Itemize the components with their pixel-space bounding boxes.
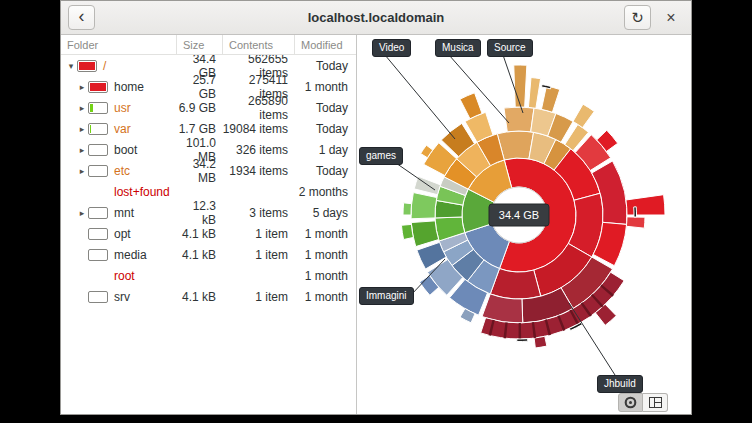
folder-name: root — [114, 269, 135, 283]
modified-cell: Today — [294, 101, 356, 115]
expander-icon[interactable]: ▸ — [76, 124, 88, 134]
folder-name: mnt — [114, 206, 134, 220]
chart-callout-label: Source — [487, 39, 533, 57]
folder-cell: opt — [61, 227, 176, 241]
rescan-button[interactable]: ↻ — [624, 5, 651, 30]
contents-cell: 1934 items — [222, 164, 294, 178]
modified-cell: 1 month — [294, 290, 356, 304]
chart-segment[interactable] — [528, 78, 540, 109]
chart-segment[interactable] — [541, 86, 559, 112]
table-row[interactable]: media4.1 kB1 item1 month — [61, 244, 356, 265]
close-icon: × — [666, 9, 675, 27]
table-row[interactable]: root1 month — [61, 265, 356, 286]
column-header-size[interactable]: Size — [176, 35, 222, 54]
back-icon: ‹ — [79, 7, 85, 25]
table-row[interactable]: ▸etc34.2 MB1934 itemsToday — [61, 160, 356, 181]
chart-segment[interactable] — [626, 217, 645, 228]
usage-gauge-icon — [77, 60, 97, 72]
contents-cell: 1 item — [222, 227, 294, 241]
table-row[interactable]: ▸usr6.9 GB265890 itemsToday — [61, 97, 356, 118]
usage-gauge-icon — [88, 291, 108, 303]
folder-cell: ▸boot — [61, 143, 176, 157]
chart-callout-label: Jhbuild — [597, 375, 643, 393]
folder-cell: media — [61, 248, 176, 262]
modified-cell: 5 days — [294, 206, 356, 220]
column-header-folder[interactable]: Folder — [61, 35, 176, 54]
folder-cell: ▸mnt — [61, 206, 176, 220]
folder-name: media — [114, 248, 147, 262]
size-cell: 4.1 kB — [176, 290, 222, 304]
modified-cell: 2 months — [294, 185, 356, 199]
table-row[interactable]: srv4.1 kB1 item1 month — [61, 286, 356, 307]
usage-gauge-icon — [88, 81, 108, 93]
table-row[interactable]: opt4.1 kB1 item1 month — [61, 223, 356, 244]
size-cell: 34.2 MB — [176, 157, 222, 185]
folder-name: srv — [114, 290, 130, 304]
folder-name: lost+found — [114, 185, 170, 199]
chart-segment[interactable] — [517, 339, 528, 342]
folder-name: boot — [114, 143, 137, 157]
chart-segment[interactable] — [460, 93, 482, 119]
table-row[interactable]: ▸home25.7 GB275411 items1 month — [61, 76, 356, 97]
folder-cell: root — [61, 269, 176, 283]
chart-callout-label: Immagini — [359, 287, 414, 305]
folder-name: var — [114, 122, 131, 136]
chart-segment[interactable] — [411, 221, 438, 247]
chart-segment[interactable] — [634, 207, 637, 217]
callout-line — [385, 55, 455, 139]
usage-gauge-icon — [88, 249, 108, 261]
ring-chart[interactable]: 34.4 GB — [357, 35, 691, 414]
expander-icon[interactable]: ▸ — [76, 166, 88, 176]
chart-callout-label: games — [359, 147, 403, 165]
treemap-view-icon — [649, 397, 662, 408]
total-size-label: 34.4 GB — [499, 209, 539, 221]
contents-cell: 19084 items — [222, 122, 294, 136]
chart-segment[interactable] — [514, 65, 527, 107]
column-header-contents[interactable]: Contents — [222, 35, 294, 54]
folder-table-body: ▾/34.4 GB562655 itemsToday▸home25.7 GB27… — [61, 55, 356, 414]
usage-gauge-icon — [88, 165, 108, 177]
column-header-modified[interactable]: Modified — [294, 35, 356, 54]
rings-view-button[interactable] — [618, 393, 643, 412]
expander-icon[interactable]: ▾ — [65, 61, 77, 71]
chart-callout-label: Musica — [435, 39, 481, 57]
folder-cell: ▸usr — [61, 101, 176, 115]
chart-segment[interactable] — [534, 336, 547, 348]
close-button[interactable]: × — [662, 7, 680, 29]
chart-segment[interactable] — [414, 176, 440, 194]
modified-cell: Today — [294, 164, 356, 178]
modified-cell: 1 day — [294, 143, 356, 157]
size-cell: 4.1 kB — [176, 248, 222, 262]
folder-name: home — [114, 80, 144, 94]
contents-cell: 3 items — [222, 206, 294, 220]
window-title: localhost.localdomain — [61, 10, 691, 25]
treemap-view-button[interactable] — [643, 393, 668, 412]
contents-cell: 1 item — [222, 248, 294, 262]
chart-segment[interactable] — [519, 323, 522, 339]
chart-segment[interactable] — [504, 107, 534, 132]
chart-segment[interactable] — [626, 195, 665, 215]
usage-gauge-icon — [88, 102, 108, 114]
chart-segment[interactable] — [542, 85, 551, 89]
rings-view-icon — [624, 396, 637, 409]
modified-cell: 1 month — [294, 227, 356, 241]
expander-icon[interactable]: ▸ — [76, 145, 88, 155]
chart-segment[interactable] — [411, 193, 437, 219]
table-row[interactable]: ▸mnt12.3 kB3 items5 days — [61, 202, 356, 223]
expander-icon[interactable]: ▸ — [76, 103, 88, 113]
chart-segment[interactable] — [403, 203, 412, 215]
size-cell: 1.7 GB — [176, 122, 222, 136]
expander-icon[interactable]: ▸ — [76, 208, 88, 218]
size-cell: 6.9 GB — [176, 101, 222, 115]
modified-cell: 1 month — [294, 269, 356, 283]
folder-cell: lost+found — [61, 185, 176, 199]
chart-segment[interactable] — [401, 224, 413, 239]
usage-gauge-icon — [88, 144, 108, 156]
expander-icon[interactable]: ▸ — [76, 82, 88, 92]
header-bar: ‹ localhost.localdomain ↻ × — [61, 1, 691, 35]
usage-gauge-icon — [88, 123, 108, 135]
chart-segment[interactable] — [573, 104, 594, 127]
back-button[interactable]: ‹ — [68, 5, 95, 30]
usage-gauge-icon — [88, 228, 108, 240]
contents-cell: 1 item — [222, 290, 294, 304]
